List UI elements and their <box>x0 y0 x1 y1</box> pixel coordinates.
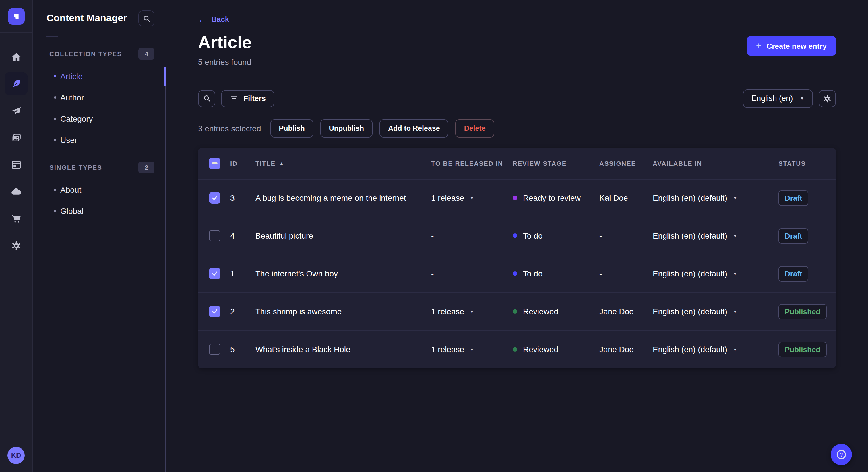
gear-icon <box>823 94 832 103</box>
gear-icon[interactable] <box>5 234 28 257</box>
cell-assignee: Jane Doe <box>599 307 653 316</box>
stage-dot <box>513 233 517 238</box>
view-settings-button[interactable] <box>818 90 836 107</box>
cell-review-stage: To do <box>513 231 599 240</box>
chevron-down-icon: ▼ <box>733 347 737 351</box>
cloud-icon[interactable] <box>5 180 28 203</box>
cell-title: This shrimp is awesome <box>255 307 431 316</box>
sidebar: Content Manager COLLECTION TYPES 4 Artic… <box>33 0 166 472</box>
row-checkbox[interactable] <box>209 230 220 241</box>
column-header-status[interactable]: STATUS <box>778 160 836 167</box>
delete-button[interactable]: Delete <box>456 119 494 137</box>
cell-title: A bug is becoming a meme on the internet <box>255 193 431 202</box>
search-button[interactable] <box>198 90 215 107</box>
table-row[interactable]: 1 The internet's Own boy - ▼ To do - Eng… <box>198 255 836 292</box>
cell-available-in-select[interactable]: English (en) (default) ▼ <box>653 307 778 316</box>
sidebar-item-user[interactable]: User <box>33 129 166 150</box>
add-to-release-button[interactable]: Add to Release <box>379 119 448 137</box>
cell-assignee: - <box>599 269 653 278</box>
column-header-id[interactable]: ID <box>230 160 255 167</box>
table-row[interactable]: 4 Beautiful picture - ▼ To do - English … <box>198 216 836 255</box>
cell-id: 2 <box>230 307 255 316</box>
section-label: SINGLE TYPES <box>50 164 102 171</box>
layout-icon[interactable] <box>5 153 28 176</box>
table-row[interactable]: 5 What's inside a Black Hole 1 release ▼… <box>198 330 836 368</box>
sidebar-item-label: Category <box>60 114 93 123</box>
locale-select[interactable]: English (en) ▼ <box>743 89 813 107</box>
row-checkbox[interactable] <box>209 343 220 355</box>
cell-id: 1 <box>230 269 255 278</box>
column-header-available-in[interactable]: AVAILABLE IN <box>653 160 778 167</box>
check-icon <box>211 194 218 201</box>
cell-available-in-select[interactable]: English (en) (default) ▼ <box>653 345 778 354</box>
help-button[interactable]: ? <box>831 444 852 465</box>
row-checkbox[interactable] <box>209 306 220 317</box>
cart-icon[interactable] <box>5 207 28 230</box>
row-checkbox[interactable] <box>209 192 220 204</box>
table-row[interactable]: 2 This shrimp is awesome 1 release ▼ Rev… <box>198 292 836 330</box>
table-row[interactable]: 3 A bug is becoming a meme on the intern… <box>198 179 836 216</box>
cell-assignee: Kai Doe <box>599 193 653 202</box>
selection-count: 3 entries selected <box>198 124 261 133</box>
stage-dot <box>513 347 517 351</box>
sidebar-item-label: User <box>60 135 77 144</box>
column-header-to-be-released-in[interactable]: TO BE RELEASED IN <box>431 160 513 167</box>
section-count-badge: 2 <box>138 162 154 173</box>
chevron-down-icon: ▼ <box>470 309 474 313</box>
sidebar-item-article[interactable]: Article <box>33 65 166 87</box>
app-window: KD Content Manager COLLECTION TYPES 4 Ar… <box>0 0 868 472</box>
sidebar-item-about[interactable]: About <box>33 179 166 200</box>
sidebar-item-author[interactable]: Author <box>33 87 166 108</box>
sidebar-divider <box>46 36 58 37</box>
cell-released-select[interactable]: 1 release ▼ <box>431 345 513 354</box>
cell-released-select[interactable]: - ▼ <box>431 269 513 278</box>
column-header-title[interactable]: TITLE▲ <box>255 160 431 167</box>
sidebar-search-button[interactable] <box>138 10 154 26</box>
unpublish-button[interactable]: Unpublish <box>320 119 373 137</box>
chevron-down-icon: ▼ <box>733 272 737 276</box>
status-badge: Published <box>778 341 827 357</box>
paper-plane-icon[interactable] <box>5 99 28 122</box>
home-icon[interactable] <box>5 45 28 68</box>
search-icon <box>203 94 211 103</box>
chevron-down-icon: ▼ <box>733 234 737 238</box>
publish-button[interactable]: Publish <box>270 119 313 137</box>
status-badge: Published <box>778 304 827 319</box>
rail-divider <box>0 32 32 33</box>
sidebar-item-label: Author <box>60 93 84 102</box>
feather-content-manager-icon[interactable] <box>5 72 28 95</box>
column-header-assignee[interactable]: ASSIGNEE <box>599 160 653 167</box>
select-all-checkbox[interactable] <box>209 158 220 169</box>
main-content: ← Back Article 5 entries found + Create … <box>166 0 868 472</box>
question-mark-icon: ? <box>835 448 847 461</box>
plus-icon: + <box>756 41 762 50</box>
cell-available-in-select[interactable]: English (en) (default) ▼ <box>653 231 778 240</box>
entries-count: 5 entries found <box>198 57 252 66</box>
strapi-logo-icon[interactable] <box>8 8 24 25</box>
sidebar-item-category[interactable]: Category <box>33 108 166 129</box>
back-link[interactable]: ← Back <box>198 15 229 24</box>
cell-released-select[interactable]: - ▼ <box>431 231 513 240</box>
sidebar-item-global[interactable]: Global <box>33 200 166 222</box>
filter-icon <box>229 94 238 103</box>
page-title: Article <box>198 33 252 53</box>
user-avatar[interactable]: KD <box>7 447 25 464</box>
cell-available-in-select[interactable]: English (en) (default) ▼ <box>653 193 778 202</box>
cell-review-stage: Reviewed <box>513 307 599 316</box>
nav-rail: KD <box>0 0 33 472</box>
images-media-library-icon[interactable] <box>5 126 28 149</box>
cell-title: The internet's Own boy <box>255 269 431 278</box>
cell-id: 5 <box>230 345 255 354</box>
row-checkbox[interactable] <box>209 268 220 279</box>
column-header-review-stage[interactable]: REVIEW STAGE <box>513 160 599 167</box>
cell-available-in-select[interactable]: English (en) (default) ▼ <box>653 269 778 278</box>
create-entry-button[interactable]: + Create new entry <box>747 36 836 56</box>
cell-released-select[interactable]: 1 release ▼ <box>431 193 513 202</box>
search-icon <box>142 14 151 23</box>
cell-released-select[interactable]: 1 release ▼ <box>431 307 513 316</box>
sidebar-scrollbar-thumb[interactable] <box>164 67 166 86</box>
chevron-down-icon: ▼ <box>470 347 474 351</box>
sidebar-section: COLLECTION TYPES 4 Article Author Catego… <box>33 48 166 150</box>
filters-button[interactable]: Filters <box>221 90 274 107</box>
cell-review-stage: Ready to review <box>513 193 599 202</box>
